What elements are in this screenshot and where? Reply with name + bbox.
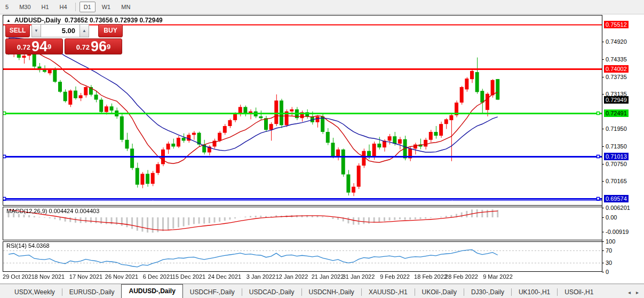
volume-input[interactable] [41,24,79,37]
chart-tab-audusd-daily[interactable]: AUDUSD-,Daily [121,284,182,298]
date-axis-label: 15 Dec 2021 [172,273,205,280]
chart-ohlc-values: 0.73652 0.73656 0.72939 0.72949 [65,17,163,24]
date-axis-label: 18 Feb 2022 [414,273,447,280]
chart-tab-usdx-weekly[interactable]: USDX,Weekly [7,287,62,298]
volume-stepper: ▼ ▲ [31,24,97,37]
date-axis-label: 26 Nov 2021 [105,273,138,280]
timeframe-button-mn[interactable]: MN [117,2,134,12]
date-axis-label: 31 Jan 2022 [343,273,375,280]
buy-button[interactable]: BUY [98,24,123,37]
macd-axis-label: 0.006201 [604,204,632,211]
date-axis-label: 28 Feb 2022 [445,273,478,280]
sell-price-big: 94 [31,40,47,53]
macd-axis-label: 0.00 [604,214,618,221]
timeframe-button-h1[interactable]: H1 [37,2,53,12]
price-axis-label: 0.71350 [604,143,629,150]
price-axis-label: 0.74335 [604,56,629,63]
chart-tab-usdcad-daily[interactable]: USDCAD-,Daily [242,287,301,298]
sell-price-tile[interactable]: 0.72 94 9 [5,38,63,54]
price-axis-label: 0.70165 [604,177,629,185]
sell-price-pip: 9 [47,39,51,55]
collapse-chart-icon[interactable]: ▲ [6,18,11,23]
date-axis-label: 12 Jan 2022 [276,273,308,280]
timeframe-button-h4[interactable]: H4 [55,2,71,12]
date-axis-label: 3 Jan 2022 [247,273,275,280]
timeframe-button-m30[interactable]: M30 [15,2,35,12]
timeframe-button-5[interactable]: 5 [1,2,13,12]
volume-increase-icon[interactable]: ▲ [79,24,89,37]
timeframe-toolbar: 5M30H1H4D1W1MN [0,0,644,14]
price-axis-label: 0.72491 [604,109,629,117]
chart-tab-bar: USDX,WeeklyEURUSD-,DailyAUDUSD-,DailyUSD… [0,284,644,298]
rsi-axis-label: 30 [604,259,614,266]
chart-tab-usdcnh-daily[interactable]: USDCNH-,Daily [302,287,361,298]
buy-price-pip: 9 [107,39,110,55]
timeframe-button-w1[interactable]: W1 [98,2,115,12]
date-axis-label: 9 Feb 2022 [380,273,410,280]
date-axis-label: 8 Nov 2021 [35,273,65,280]
chart-tab-usoil-h1[interactable]: USOil-,H1 [558,287,600,298]
chart-symbol-label: AUDUSD-,Daily [14,17,61,24]
price-axis-label: 0.74920 [604,38,629,45]
chart-tab-usdchf-daily[interactable]: USDCHF-,Daily [183,287,242,298]
chart-title: ▲ AUDUSD-,Daily 0.73652 0.73656 0.72939 … [6,17,163,24]
rsi-axis-label: 70 [604,247,614,254]
chart-tab-ukoil-daily[interactable]: UKOil-,Daily [415,287,464,298]
chart-tab-uk100-h1[interactable]: UK100-,H1 [512,287,557,298]
chart-tab-dj30-daily[interactable]: DJ30-,Daily [464,287,511,298]
buy-price-small: 0.72 [76,42,90,53]
chart-tab-xauusd-h1[interactable]: XAUUSD-,H1 [362,287,415,298]
rsi-axis-label: 100 [604,238,617,245]
macd-indicator-label: MACD(12,26,9) 0.004424 0.004403 [6,208,99,214]
buy-price-tile[interactable]: 0.72 96 9 [65,38,122,54]
price-axis-label: 0.71950 [604,125,629,132]
current-price-label: 0.72949 [604,96,629,104]
price-axis-label: 0.71013 [604,153,629,160]
price-axis-label: 0.70750 [604,160,629,168]
price-axis-label: 0.69574 [604,195,629,202]
date-axis-label: 21 Jan 2022 [312,273,344,280]
date-axis-label: 17 Nov 2021 [69,273,102,280]
trading-terminal: 5M30H1H4D1W1MN ▲ AUDUSD-,Daily 0.73652 0… [0,0,644,298]
tab-scroll-right-icon[interactable]: ▸ [636,289,639,295]
rsi-canvas[interactable] [3,242,602,271]
chart-tab-eurusd-daily[interactable]: EURUSD-,Daily [62,287,122,298]
timeframe-button-d1[interactable]: D1 [79,2,96,12]
sell-button[interactable]: SELL [5,24,30,37]
price-axis-label: 0.75512 [604,21,629,28]
axis-divider [602,15,602,272]
tab-scroll-left-icon[interactable]: ◂ [628,289,631,295]
buy-price-big: 96 [91,40,107,53]
rsi-indicator-label: RSI(14) 54.0368 [6,242,50,249]
date-axis-label: 29 Oct 2021 [3,273,35,280]
volume-decrease-icon[interactable]: ▼ [31,24,41,37]
date-axis-label: 24 Dec 2021 [208,273,241,280]
date-axis-label: 9 Mar 2022 [483,273,513,280]
price-axis-label: 0.73735 [604,73,629,81]
macd-axis-label: -0.00919 [604,228,630,236]
price-axis-label: 0.74002 [604,65,629,73]
toolbar-separator [75,3,76,11]
date-axis-label: 6 Dec 2021 [143,273,173,280]
rsi-axis-label: 0 [604,268,610,276]
sell-price-small: 0.72 [17,42,30,53]
one-click-trading-panel: SELL ▼ ▲ BUY 0.72 94 9 0.72 96 9 [5,24,123,54]
